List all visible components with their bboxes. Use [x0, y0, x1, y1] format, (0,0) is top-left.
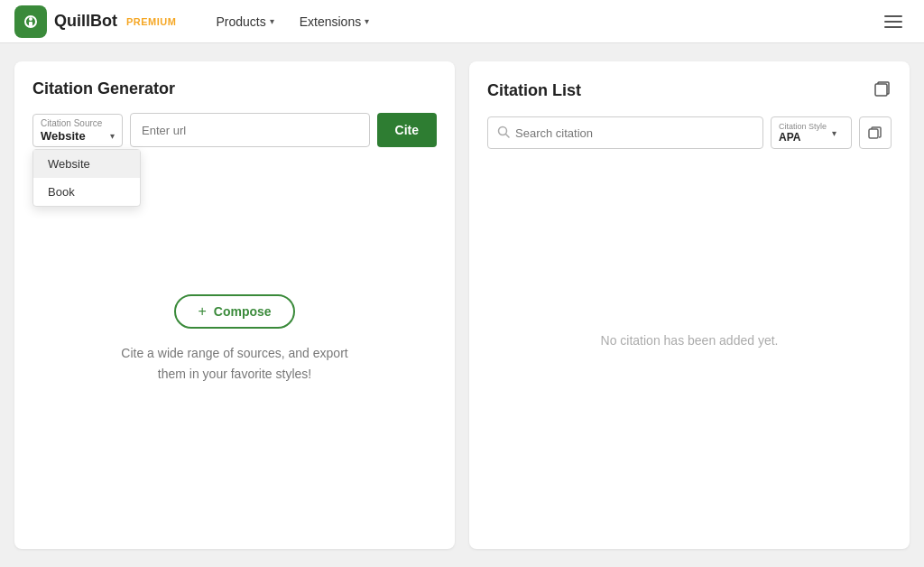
generator-tagline: Cite a wide range of sources, and export… [121, 343, 347, 384]
logo-text: QuillBot [54, 12, 117, 31]
tagline-line-2: them in your favorite styles! [158, 367, 311, 381]
style-dropdown-arrow-icon: ▾ [832, 128, 836, 138]
compose-plus-icon: + [198, 303, 206, 320]
style-label: Citation Style [779, 122, 827, 132]
style-label-group: Citation Style APA [779, 122, 827, 144]
search-citation-input[interactable] [515, 126, 753, 140]
citation-source-row: Citation Source Website ▾ Website Book C… [32, 113, 437, 147]
nav-items: Products ▾ Extensions ▾ [205, 9, 380, 34]
svg-rect-3 [29, 22, 32, 26]
hamburger-line-2 [884, 21, 902, 23]
source-dropdown-menu: Website Book [32, 149, 141, 207]
dropdown-item-book[interactable]: Book [33, 178, 140, 206]
search-icon [497, 125, 510, 141]
citation-list-title: Citation List [487, 81, 581, 100]
citation-generator-title: Citation Generator [32, 79, 437, 98]
navbar: QuillBot PREMIUM Products ▾ Extensions ▾ [0, 0, 924, 43]
hamburger-menu[interactable] [877, 8, 910, 35]
products-arrow-icon: ▾ [270, 16, 274, 26]
citation-style-dropdown[interactable]: Citation Style APA ▾ [771, 116, 852, 149]
svg-rect-7 [869, 129, 878, 138]
extensions-label: Extensions [300, 14, 361, 29]
logo: QuillBot PREMIUM [14, 5, 176, 38]
compose-label: Compose [214, 304, 272, 319]
products-label: Products [216, 14, 265, 29]
main-content: Citation Generator Citation Source Websi… [0, 43, 924, 567]
compose-button[interactable]: + Compose [174, 294, 294, 329]
source-dropdown-arrow-icon: ▾ [110, 131, 115, 141]
source-dropdown[interactable]: Citation Source Website ▾ Website Book [32, 114, 123, 147]
source-dropdown-label: Citation Source [41, 118, 115, 129]
logo-premium-badge: PREMIUM [126, 16, 176, 27]
citation-generator-panel: Citation Generator Citation Source Websi… [14, 61, 455, 549]
citation-list-copy-icon[interactable] [873, 79, 892, 102]
copy-icon [868, 125, 882, 140]
citation-list-header: Citation List [487, 79, 892, 102]
extensions-arrow-icon: ▾ [365, 16, 369, 26]
search-row: Citation Style APA ▾ [487, 116, 892, 149]
citation-list-panel: Citation List [469, 61, 910, 549]
hamburger-line-1 [884, 15, 902, 17]
search-box [487, 116, 763, 149]
source-select-button[interactable]: Citation Source Website ▾ [32, 114, 123, 147]
tagline-line-1: Cite a wide range of sources, and export [121, 346, 347, 360]
source-dropdown-value: Website [41, 129, 86, 143]
svg-line-6 [506, 134, 510, 137]
logo-icon [14, 5, 47, 38]
no-citation-text: No citation has been added yet. [601, 333, 779, 348]
copy-all-button[interactable] [859, 116, 892, 149]
nav-products[interactable]: Products ▾ [205, 9, 284, 34]
svg-rect-4 [875, 84, 887, 96]
no-citation-message: No citation has been added yet. [487, 149, 892, 531]
nav-extensions[interactable]: Extensions ▾ [289, 9, 380, 34]
url-input[interactable] [130, 113, 370, 147]
dropdown-item-website[interactable]: Website [33, 150, 140, 178]
style-value: APA [779, 131, 827, 144]
hamburger-line-3 [884, 26, 902, 28]
cite-button[interactable]: Cite [377, 113, 437, 147]
svg-point-2 [29, 17, 32, 21]
